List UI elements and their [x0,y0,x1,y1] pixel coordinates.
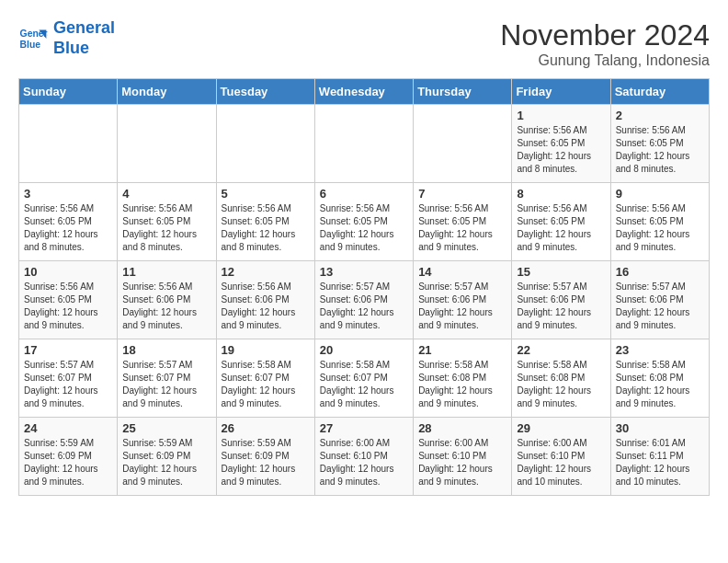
day-cell: 22Sunrise: 5:58 AM Sunset: 6:08 PM Dayli… [512,339,610,418]
day-info: Sunrise: 5:57 AM Sunset: 6:07 PM Dayligh… [24,359,112,410]
day-cell [19,105,118,183]
day-info: Sunrise: 5:56 AM Sunset: 6:05 PM Dayligh… [616,124,704,176]
day-number: 20 [320,343,408,357]
day-cell: 29Sunrise: 6:00 AM Sunset: 6:10 PM Dayli… [512,418,610,496]
day-number: 17 [24,343,112,357]
day-cell: 20Sunrise: 5:58 AM Sunset: 6:07 PM Dayli… [314,339,413,418]
page-header: General Blue General Blue November 2024 … [18,18,710,69]
logo-line1: General [53,18,115,37]
day-cell: 2Sunrise: 5:56 AM Sunset: 6:05 PM Daylig… [610,105,709,183]
day-cell: 21Sunrise: 5:58 AM Sunset: 6:08 PM Dayli… [414,339,512,418]
day-cell: 6Sunrise: 5:56 AM Sunset: 6:05 PM Daylig… [314,183,413,261]
day-cell: 8Sunrise: 5:56 AM Sunset: 6:05 PM Daylig… [512,183,610,261]
day-info: Sunrise: 6:00 AM Sunset: 6:10 PM Dayligh… [320,437,408,488]
header-monday: Monday [118,79,216,105]
day-cell: 28Sunrise: 6:00 AM Sunset: 6:10 PM Dayli… [414,418,512,496]
day-info: Sunrise: 6:00 AM Sunset: 6:10 PM Dayligh… [517,437,605,488]
day-cell: 14Sunrise: 5:57 AM Sunset: 6:06 PM Dayli… [414,261,512,339]
day-info: Sunrise: 5:57 AM Sunset: 6:06 PM Dayligh… [517,281,605,332]
day-info: Sunrise: 5:56 AM Sunset: 6:05 PM Dayligh… [24,202,112,254]
day-cell: 5Sunrise: 5:56 AM Sunset: 6:05 PM Daylig… [216,183,314,261]
day-cell [216,105,314,183]
day-cell: 25Sunrise: 5:59 AM Sunset: 6:09 PM Dayli… [118,418,216,496]
day-info: Sunrise: 5:59 AM Sunset: 6:09 PM Dayligh… [122,437,210,488]
day-number: 6 [320,187,408,201]
svg-text:Blue: Blue [20,39,41,49]
logo-icon: General Blue [18,24,48,53]
header-saturday: Saturday [610,79,709,105]
day-number: 4 [122,187,210,201]
day-info: Sunrise: 5:56 AM Sunset: 6:05 PM Dayligh… [24,281,112,332]
day-number: 21 [418,343,506,357]
day-number: 30 [616,421,704,435]
day-info: Sunrise: 6:01 AM Sunset: 6:11 PM Dayligh… [616,437,704,488]
day-cell [314,105,413,183]
day-cell: 12Sunrise: 5:56 AM Sunset: 6:06 PM Dayli… [216,261,314,339]
day-number: 12 [222,265,310,279]
day-cell [414,105,512,183]
day-info: Sunrise: 5:56 AM Sunset: 6:06 PM Dayligh… [122,281,210,332]
day-number: 15 [517,265,605,279]
day-info: Sunrise: 5:57 AM Sunset: 6:06 PM Dayligh… [320,281,408,332]
day-number: 28 [418,421,506,435]
week-row-2: 3Sunrise: 5:56 AM Sunset: 6:05 PM Daylig… [19,183,710,261]
day-number: 11 [122,265,210,279]
week-row-5: 24Sunrise: 5:59 AM Sunset: 6:09 PM Dayli… [19,418,710,496]
day-number: 19 [222,343,310,357]
day-info: Sunrise: 5:58 AM Sunset: 6:07 PM Dayligh… [222,359,310,410]
day-info: Sunrise: 5:56 AM Sunset: 6:05 PM Dayligh… [122,202,210,254]
day-number: 5 [222,187,310,201]
day-cell: 18Sunrise: 5:57 AM Sunset: 6:07 PM Dayli… [118,339,216,418]
day-info: Sunrise: 5:59 AM Sunset: 6:09 PM Dayligh… [222,437,310,488]
day-number: 2 [616,109,704,122]
day-cell: 19Sunrise: 5:58 AM Sunset: 6:07 PM Dayli… [216,339,314,418]
week-row-3: 10Sunrise: 5:56 AM Sunset: 6:05 PM Dayli… [19,261,710,339]
title-block: November 2024 Gunung Talang, Indonesia [500,18,710,69]
header-wednesday: Wednesday [314,79,413,105]
day-number: 10 [24,265,112,279]
day-cell: 30Sunrise: 6:01 AM Sunset: 6:11 PM Dayli… [610,418,709,496]
header-friday: Friday [512,79,610,105]
header-thursday: Thursday [414,79,512,105]
day-number: 1 [517,109,605,122]
logo-text: General Blue [53,18,115,58]
day-info: Sunrise: 5:56 AM Sunset: 6:05 PM Dayligh… [222,202,310,254]
day-number: 7 [418,187,506,201]
day-cell: 1Sunrise: 5:56 AM Sunset: 6:05 PM Daylig… [512,105,610,183]
day-info: Sunrise: 6:00 AM Sunset: 6:10 PM Dayligh… [418,437,506,488]
day-number: 26 [222,421,310,435]
day-number: 22 [517,343,605,357]
day-cell: 11Sunrise: 5:56 AM Sunset: 6:06 PM Dayli… [118,261,216,339]
day-info: Sunrise: 5:56 AM Sunset: 6:05 PM Dayligh… [616,202,704,254]
week-row-4: 17Sunrise: 5:57 AM Sunset: 6:07 PM Dayli… [19,339,710,418]
day-number: 23 [616,343,704,357]
day-cell: 27Sunrise: 6:00 AM Sunset: 6:10 PM Dayli… [314,418,413,496]
day-number: 16 [616,265,704,279]
day-cell: 7Sunrise: 5:56 AM Sunset: 6:05 PM Daylig… [414,183,512,261]
day-info: Sunrise: 5:57 AM Sunset: 6:06 PM Dayligh… [418,281,506,332]
day-number: 27 [320,421,408,435]
day-cell: 23Sunrise: 5:58 AM Sunset: 6:08 PM Dayli… [610,339,709,418]
day-cell: 9Sunrise: 5:56 AM Sunset: 6:05 PM Daylig… [610,183,709,261]
day-number: 3 [24,187,112,201]
day-cell: 24Sunrise: 5:59 AM Sunset: 6:09 PM Dayli… [19,418,118,496]
day-info: Sunrise: 5:56 AM Sunset: 6:05 PM Dayligh… [517,202,605,254]
day-number: 14 [418,265,506,279]
day-number: 13 [320,265,408,279]
day-cell: 13Sunrise: 5:57 AM Sunset: 6:06 PM Dayli… [314,261,413,339]
day-info: Sunrise: 5:56 AM Sunset: 6:05 PM Dayligh… [517,124,605,176]
header-sunday: Sunday [19,79,118,105]
day-number: 24 [24,421,112,435]
month-title: November 2024 [500,18,710,52]
header-tuesday: Tuesday [216,79,314,105]
day-info: Sunrise: 5:56 AM Sunset: 6:05 PM Dayligh… [320,202,408,254]
week-row-1: 1Sunrise: 5:56 AM Sunset: 6:05 PM Daylig… [19,105,710,183]
logo: General Blue General Blue [18,18,115,58]
day-info: Sunrise: 5:57 AM Sunset: 6:07 PM Dayligh… [122,359,210,410]
day-number: 29 [517,421,605,435]
day-number: 8 [517,187,605,201]
logo-line2: Blue [53,39,89,57]
day-info: Sunrise: 5:56 AM Sunset: 6:05 PM Dayligh… [418,202,506,254]
day-info: Sunrise: 5:58 AM Sunset: 6:07 PM Dayligh… [320,359,408,410]
day-cell: 10Sunrise: 5:56 AM Sunset: 6:05 PM Dayli… [19,261,118,339]
